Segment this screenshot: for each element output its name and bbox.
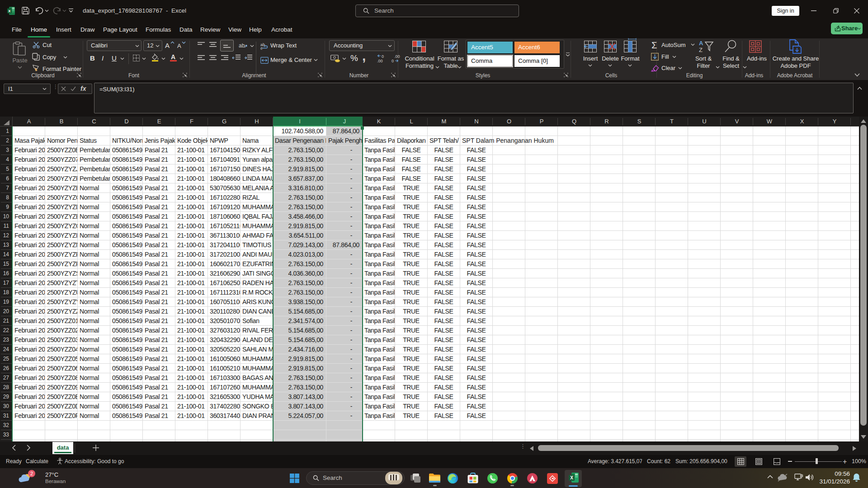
svg-text:X: X (570, 475, 573, 480)
svg-text:x: x (8, 8, 11, 13)
svg-text:Z: Z (699, 47, 703, 53)
svg-text:ab: ab (239, 42, 245, 49)
svg-text:.00: .00 (394, 54, 400, 59)
svg-text:A: A (699, 40, 703, 47)
svg-text:c: c (260, 46, 263, 51)
svg-text:.00: .00 (377, 59, 383, 63)
svg-text:0: 0 (382, 54, 384, 59)
svg-text:0: 0 (392, 59, 394, 63)
